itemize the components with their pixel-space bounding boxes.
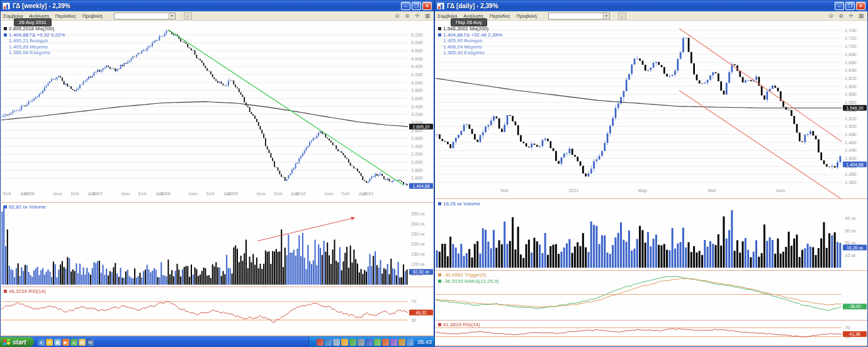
zoom-in-icon[interactable]: ⊕	[403, 12, 411, 20]
sync-icon[interactable]	[390, 339, 397, 346]
window-titlebar[interactable]: ΓΔ [weekly] - 2,39% – ❐ ✕	[1, 1, 434, 11]
messenger-tray-icon[interactable]	[349, 339, 356, 346]
svg-text:40 εκ: 40 εκ	[845, 215, 856, 221]
zoom-out-icon[interactable]: ⊖	[827, 12, 835, 20]
svg-text:10 εκ: 10 εκ	[845, 253, 856, 258]
minimize-button[interactable]: –	[401, 2, 410, 10]
network-icon[interactable]	[325, 339, 332, 346]
svg-text:4.600: 4.600	[411, 56, 423, 62]
start-button[interactable]: start	[0, 337, 34, 347]
svg-text:250 εκ: 250 εκ	[411, 231, 425, 237]
price-marker	[4, 33, 7, 37]
trendline	[679, 28, 842, 142]
window-titlebar[interactable]: ΓΔ [daily] - 2,39% – ❐ ✕	[435, 1, 867, 11]
price-panel: 1.6001.8002.0002.2002.4002.6002.8003.000…	[1, 30, 433, 196]
tray-icons	[317, 339, 414, 346]
close-button[interactable]: ✕	[856, 2, 865, 10]
rsi-legend-value: 41,3819 RSI(14)	[443, 322, 480, 328]
media-player-icon[interactable]: ▶	[62, 339, 69, 346]
svg-text:3.800: 3.800	[411, 88, 423, 93]
svg-text:Σεπ: Σεπ	[274, 191, 282, 196]
window-title: ΓΔ [weekly] - 2,39%	[13, 3, 401, 9]
menu-view[interactable]: Προβολή	[82, 13, 103, 19]
taskbar-clock[interactable]: 05:43	[417, 339, 432, 345]
svg-text:300 εκ: 300 εκ	[411, 221, 425, 227]
restore-button[interactable]: ❐	[412, 2, 421, 10]
ma200-line	[1, 101, 408, 127]
ma-legend-value: 2.895,2018 Μα(200)	[9, 26, 54, 32]
svg-text:1.680: 1.680	[845, 52, 857, 57]
rsi-legend: 46,3239 RSI(14)	[4, 288, 46, 295]
symbol-combobox[interactable]: ▾	[114, 13, 176, 20]
svg-text:30 εκ: 30 εκ	[845, 228, 856, 234]
svg-text:41,38: 41,38	[849, 332, 860, 336]
language-icon[interactable]	[366, 339, 373, 346]
symbol-search-button[interactable]: ⌕	[184, 13, 192, 20]
zoom-out-icon[interactable]: ⊖	[393, 12, 401, 20]
crosshair-icon[interactable]: ✛	[847, 12, 855, 20]
low-legend-value: 1.385,40 Ελάχιστο	[443, 50, 485, 56]
word-icon[interactable]: W	[87, 339, 94, 346]
messenger-icon[interactable]: ☺	[70, 339, 77, 346]
menubar: Σύμβολα Ανάλυση Περίοδος Προβολή ▾ ⌕ ⊖ ⊕…	[1, 11, 434, 21]
grid-icon[interactable]: ▦	[424, 12, 431, 20]
svg-text:2.200: 2.200	[411, 151, 423, 157]
volume-marker	[4, 205, 7, 208]
svg-text:Νοε: Νοε	[500, 188, 509, 193]
antivirus-icon[interactable]	[317, 339, 324, 346]
taskbar: start e✉▦▶☺▤W 05:43	[0, 337, 434, 347]
open-legend-value: 1.405,90 Άνοιγμα	[443, 38, 482, 44]
menu-period[interactable]: Περίοδος	[55, 13, 76, 19]
folder-icon[interactable]: ▤	[79, 339, 86, 346]
svg-text:1.440: 1.440	[845, 147, 857, 153]
svg-text:1.600: 1.600	[411, 175, 423, 181]
svg-text:2.600: 2.600	[411, 135, 423, 141]
trigger-marker	[438, 273, 441, 276]
chevron-down-icon[interactable]: ▾	[169, 13, 175, 19]
svg-text:1.420: 1.420	[845, 156, 857, 161]
mail-tray-icon[interactable]	[407, 339, 414, 346]
grid-icon[interactable]: ▦	[857, 12, 865, 20]
close-button[interactable]: ✕	[422, 2, 432, 10]
minimize-button[interactable]: –	[835, 2, 844, 10]
volume-marker	[438, 202, 441, 205]
battery-icon[interactable]	[374, 339, 381, 346]
firewall-icon[interactable]	[398, 339, 405, 346]
svg-text:150 εκ: 150 εκ	[411, 251, 425, 257]
usb-icon[interactable]	[358, 339, 364, 346]
rsi-marker	[438, 323, 441, 326]
svg-text:2007: 2007	[92, 191, 103, 196]
volume-panel: 350 εκ300 εκ250 εκ200 εκ150 εκ100 εκ50 ε…	[1, 206, 433, 285]
volume-legend: 16,26 εκ Volume	[438, 201, 480, 207]
svg-text:4.400: 4.400	[411, 64, 423, 69]
svg-text:2.895,20: 2.895,20	[412, 125, 429, 129]
symbol-combobox[interactable]: ▾	[548, 13, 610, 20]
svg-text:-36,92: -36,92	[848, 304, 861, 309]
menu-period[interactable]: Περίοδος	[490, 13, 510, 19]
show-desktop-icon[interactable]: ▦	[54, 339, 61, 346]
svg-text:Μαρ: Μαρ	[638, 188, 647, 193]
arrow-icon	[351, 217, 356, 220]
svg-text:1.720: 1.720	[845, 35, 857, 41]
svg-text:1.404,88: 1.404,88	[412, 184, 429, 188]
menu-view[interactable]: Προβολή	[517, 13, 537, 19]
svg-text:1.600: 1.600	[845, 84, 857, 89]
weekly-chart-canvas[interactable]: 1.6001.8002.0002.2002.4002.6002.8003.000…	[1, 21, 433, 336]
daily-chart-canvas[interactable]: 1.3601.3801.4001.4201.4401.4601.4801.500…	[436, 21, 867, 346]
restore-button[interactable]: ❐	[845, 2, 855, 10]
macd-marker	[438, 280, 441, 283]
chart-app-icon[interactable]	[382, 339, 389, 346]
zoom-in-icon[interactable]: ⊕	[837, 12, 845, 20]
volume-legend-value: 16,26 εκ Volume	[443, 201, 480, 207]
app-icon	[3, 3, 10, 9]
symbol-search-button[interactable]: ⌕	[618, 13, 626, 20]
volume-icon[interactable]	[333, 339, 340, 346]
high-legend-value: 1.405,89 Μέγιστο	[9, 44, 48, 50]
trendline	[679, 91, 842, 200]
internet-explorer-icon[interactable]: e	[38, 339, 45, 346]
crosshair-icon[interactable]: ✛	[414, 12, 421, 20]
svg-text:200 εκ: 200 εκ	[411, 241, 425, 247]
outlook-icon[interactable]: ✉	[46, 339, 53, 346]
update-icon[interactable]	[341, 339, 348, 346]
chevron-down-icon[interactable]: ▾	[603, 13, 609, 19]
